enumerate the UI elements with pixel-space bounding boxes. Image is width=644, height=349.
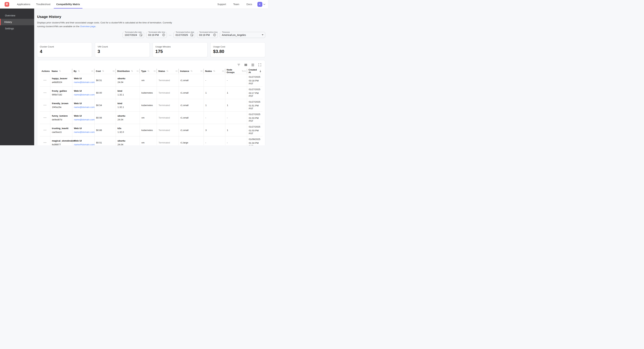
terminated-before-date-value: 01/27/2025 bbox=[176, 34, 189, 36]
column-header-cost[interactable]: Cost bbox=[94, 68, 116, 74]
cell-node-groups: - bbox=[225, 111, 247, 124]
created-by-source: Web UI bbox=[74, 89, 93, 92]
sort-arrows-icon[interactable] bbox=[166, 70, 168, 72]
cell-actions bbox=[40, 124, 50, 136]
cell-created-at: 01/09/202501:34 PM PST bbox=[247, 136, 262, 145]
terminated-after-date-label: Terminated after date bbox=[124, 31, 142, 33]
row-actions-button[interactable] bbox=[43, 91, 47, 94]
calendar-icon[interactable] bbox=[140, 33, 142, 36]
column-header-status[interactable]: Status bbox=[157, 68, 178, 74]
cell-type: vm bbox=[140, 136, 157, 145]
cluster-id: fe3f8977 bbox=[52, 143, 70, 145]
timezone-select[interactable]: Timezone America/Los_Angeles bbox=[220, 32, 265, 38]
by-email-link[interactable]: name@domain.com bbox=[74, 93, 95, 96]
column-header-by[interactable]: By bbox=[72, 68, 94, 74]
sort-arrows-icon[interactable] bbox=[190, 70, 192, 72]
column-resize-handle[interactable] bbox=[200, 70, 202, 72]
sort-arrows-icon[interactable] bbox=[131, 70, 133, 72]
status-badge: Terminated bbox=[158, 79, 170, 82]
cell-status: Terminated bbox=[157, 87, 178, 99]
cluster-id: 1f40a19e bbox=[52, 106, 70, 109]
timezone-label: Timezone bbox=[221, 31, 230, 33]
created-time: 01:51 PM PST bbox=[249, 104, 261, 110]
avatar[interactable]: K bbox=[258, 2, 262, 7]
sort-arrows-icon[interactable] bbox=[147, 70, 150, 72]
terminated-after-date-input[interactable]: Terminated after date 10/27/2024 bbox=[122, 32, 144, 38]
sort-arrows-icon[interactable] bbox=[78, 70, 80, 72]
sidebar-item-overview[interactable]: Overview bbox=[0, 12, 34, 19]
column-resize-handle[interactable] bbox=[244, 70, 246, 72]
by-email-link[interactable]: name@domain.com bbox=[74, 143, 95, 145]
sort-arrows-icon[interactable] bbox=[59, 70, 61, 72]
clock-icon[interactable] bbox=[162, 33, 165, 36]
calendar-icon[interactable] bbox=[190, 33, 193, 36]
column-label: Actions bbox=[42, 70, 50, 72]
cell-nodes: - bbox=[204, 136, 225, 145]
cell-name: friendly_brown1f40a19e bbox=[50, 99, 72, 111]
created-time: 01:34 PM PST bbox=[249, 142, 261, 145]
page-title: Usage History bbox=[37, 15, 265, 19]
cell-cost: $0.56 bbox=[94, 111, 116, 124]
terminated-after-time-input[interactable]: Terminated after time 03:19 PM bbox=[146, 32, 167, 38]
column-resize-handle[interactable] bbox=[113, 70, 115, 72]
distribution-name: ubuntu bbox=[118, 139, 138, 142]
column-resize-handle[interactable] bbox=[222, 70, 224, 72]
column-resize-handle[interactable] bbox=[91, 70, 93, 72]
nav-link-support[interactable]: Support bbox=[214, 3, 230, 6]
column-resize-handle[interactable] bbox=[154, 70, 156, 72]
column-header-node-groups[interactable]: Node Groups bbox=[225, 68, 247, 74]
nav-tab-troubleshoot[interactable]: Troubleshoot bbox=[33, 0, 53, 8]
column-label: Instance bbox=[180, 70, 189, 72]
sort-desc-arrow-icon[interactable] bbox=[259, 70, 262, 72]
clock-icon[interactable] bbox=[213, 33, 216, 36]
column-header-distribution[interactable]: Distribution bbox=[116, 68, 140, 74]
sidebar-item-settings[interactable]: Settings bbox=[0, 25, 34, 32]
nav-link-docs[interactable]: Docs bbox=[243, 3, 256, 6]
fullscreen-icon[interactable] bbox=[258, 63, 262, 67]
terminated-before-date-input[interactable]: Terminated before date 01/27/2025 bbox=[174, 32, 195, 38]
column-header-created-at[interactable]: Created At bbox=[247, 68, 262, 74]
row-actions-button[interactable] bbox=[43, 128, 47, 132]
column-header-nodes[interactable]: Nodes bbox=[204, 68, 225, 74]
terminated-before-time-input[interactable]: Terminated before time 03:19 PM bbox=[197, 32, 218, 38]
nav-tab-compatibility-matrix[interactable]: Compatibility Matrix bbox=[53, 0, 83, 8]
created-by-source: Web UI bbox=[74, 139, 93, 142]
stat-card-cluster-count: Cluster Count 4 bbox=[37, 42, 92, 57]
density-icon[interactable] bbox=[250, 63, 255, 67]
stat-value: 3 bbox=[98, 49, 147, 54]
sort-arrows-icon[interactable] bbox=[242, 70, 244, 72]
cell-nodes: - bbox=[204, 111, 225, 124]
filter-icon[interactable] bbox=[236, 63, 241, 67]
by-email-link[interactable]: name@domain.com bbox=[74, 106, 95, 108]
row-actions-button[interactable] bbox=[43, 116, 47, 119]
overview-page-link[interactable]: Overview page bbox=[80, 25, 95, 28]
nav-link-team[interactable]: Team bbox=[230, 3, 243, 6]
column-resize-handle[interactable] bbox=[136, 70, 138, 72]
column-label: Cost bbox=[96, 70, 101, 72]
nav-tab-applications[interactable]: Applications bbox=[14, 0, 33, 8]
row-actions-button[interactable] bbox=[43, 141, 47, 144]
by-email-link[interactable]: name@domain.com bbox=[74, 81, 95, 83]
sort-arrows-icon[interactable] bbox=[102, 70, 104, 72]
by-email-link[interactable]: name@domain.com bbox=[74, 118, 95, 121]
cluster-name: frosty_galileo bbox=[52, 89, 70, 92]
sidebar-item-history[interactable]: History bbox=[0, 19, 34, 25]
app-logo[interactable]: R bbox=[4, 2, 9, 7]
column-header-type[interactable]: Type bbox=[140, 68, 157, 74]
column-resize-handle[interactable] bbox=[176, 70, 178, 72]
columns-icon[interactable] bbox=[244, 63, 248, 67]
terminated-before-time-label: Terminated before time bbox=[198, 31, 218, 33]
by-email-link[interactable]: name@domain.com bbox=[74, 131, 95, 133]
created-date: 01/27/2025 bbox=[249, 88, 261, 91]
distribution-name: ubuntu bbox=[118, 114, 138, 117]
nav-right: Support Team Docs K bbox=[214, 2, 268, 7]
sort-arrows-icon[interactable] bbox=[213, 70, 215, 72]
cell-by: Web UIname@domain.com bbox=[72, 87, 94, 99]
row-actions-button[interactable] bbox=[43, 78, 47, 82]
column-header-instance[interactable]: Instance bbox=[178, 68, 204, 74]
stat-card-vm-count: VM Count 3 bbox=[95, 42, 150, 57]
row-actions-button[interactable] bbox=[43, 103, 47, 107]
column-header-name[interactable]: Name bbox=[50, 68, 72, 74]
status-badge: Terminated bbox=[158, 141, 170, 144]
chevron-down-icon[interactable] bbox=[263, 3, 266, 6]
